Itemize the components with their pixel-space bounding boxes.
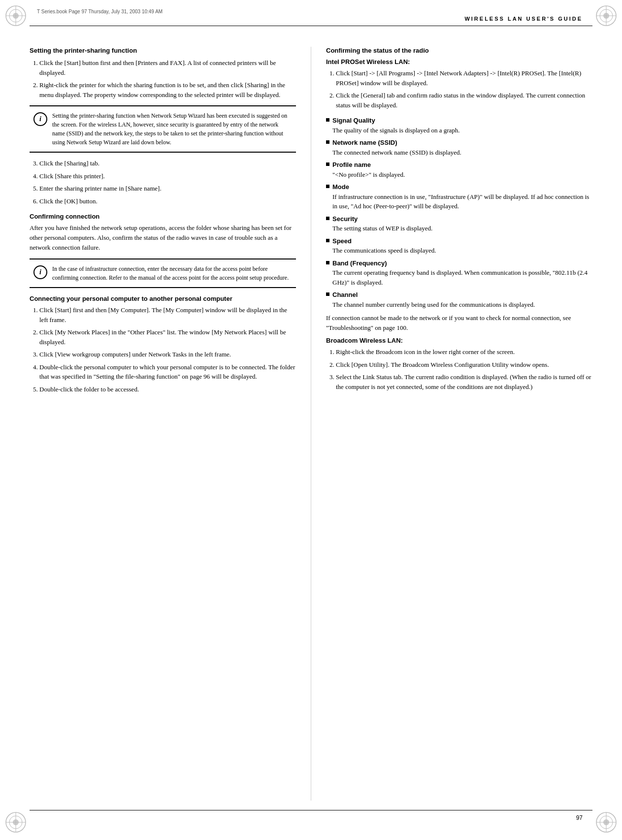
bullet-mode: Mode If infrastructure connection is in … bbox=[326, 182, 592, 211]
info-text-2: In the case of infrastructure connection… bbox=[52, 264, 292, 282]
list-item: Select the Link Status tab. The current … bbox=[336, 372, 592, 391]
bullet-network-name: Network name (SSID) The connected networ… bbox=[326, 138, 592, 157]
left-column: Setting the printer-sharing function Cli… bbox=[30, 37, 296, 801]
list-item: Right-click the printer for which the sh… bbox=[39, 80, 296, 99]
intel-list: Click [Start] -> [All Programs] -> [Inte… bbox=[326, 68, 592, 110]
info-icon-2: i bbox=[33, 265, 47, 279]
bullet-band: Band (Frequency) The current operating f… bbox=[326, 258, 592, 288]
column-divider bbox=[311, 47, 311, 801]
bullet-section: Signal Quality The quality of the signal… bbox=[326, 116, 592, 309]
bullet-desc: The communications speed is displayed. bbox=[332, 247, 436, 254]
intel-label: Intel PROSet Wireless LAN: bbox=[326, 58, 592, 65]
bullet-icon bbox=[326, 292, 329, 296]
corner-br bbox=[595, 811, 617, 835]
bullet-icon bbox=[326, 185, 329, 188]
section-printer-heading: Setting the printer-sharing function bbox=[30, 47, 296, 54]
broadcom-label: Broadcom Wireless LAN: bbox=[326, 337, 592, 344]
bullet-desc: The setting status of WEP is displayed. bbox=[332, 225, 432, 232]
section-connect-heading: Connecting your personal computer to ano… bbox=[30, 295, 296, 302]
bullet-signal-quality: Signal Quality The quality of the signal… bbox=[326, 116, 592, 135]
list-item: Click [View workgroup computers] under N… bbox=[39, 350, 296, 359]
bullet-desc: The channel number currently being used … bbox=[332, 301, 535, 308]
corner-tl bbox=[5, 5, 27, 29]
bullet-icon bbox=[326, 140, 329, 144]
corner-tr bbox=[595, 5, 617, 29]
bullet-term: Mode bbox=[332, 183, 349, 191]
bullet-desc: "<No profile>" is displayed. bbox=[332, 171, 405, 178]
bullet-term: Network name (SSID) bbox=[332, 139, 397, 146]
bullet-term: Signal Quality bbox=[332, 117, 375, 124]
list-item: Click the [Sharing] tab. bbox=[39, 159, 296, 168]
info-box-1: i Setting the printer-sharing function w… bbox=[30, 105, 296, 153]
list-item: Click the [OK] button. bbox=[39, 196, 296, 206]
header-rule bbox=[30, 26, 592, 26]
page: T Series.book Page 97 Thursday, July 31,… bbox=[0, 0, 622, 840]
list-item: Click [Open Utility]. The Broadcom Wirel… bbox=[336, 360, 592, 370]
info-box-2: i In the case of infrastructure connecti… bbox=[30, 258, 296, 288]
bullet-icon bbox=[326, 239, 329, 242]
section-radio-heading: Confirming the status of the radio bbox=[326, 47, 592, 54]
info-text-1: Setting the printer-sharing function whe… bbox=[52, 111, 292, 147]
footer-rule bbox=[30, 810, 592, 810]
bullet-icon bbox=[326, 118, 329, 122]
bullet-content: Signal Quality The quality of the signal… bbox=[332, 116, 592, 135]
connect-list: Click [Start] first and then [My Compute… bbox=[30, 305, 296, 394]
bullet-term: Channel bbox=[332, 291, 358, 298]
bullet-desc: If infrastructure connection is in use, … bbox=[332, 193, 589, 210]
broadcom-list: Right-click the Broadcom icon in the low… bbox=[326, 347, 592, 391]
confirm-para: After you have finished the network setu… bbox=[30, 223, 296, 253]
header-title: Wireless LAN User's Guide bbox=[464, 16, 583, 22]
bullet-profile-name: Profile name "<No profile>" is displayed… bbox=[326, 160, 592, 179]
bullet-term: Security bbox=[332, 215, 358, 223]
bullet-icon bbox=[326, 162, 329, 166]
bullet-content: Channel The channel number currently bei… bbox=[332, 290, 592, 309]
list-item: Double-click the personal computer to wh… bbox=[39, 362, 296, 382]
bullet-desc: The quality of the signals is displayed … bbox=[332, 127, 460, 134]
printer-list-2: Click the [Sharing] tab. Click [Share th… bbox=[30, 159, 296, 206]
info-icon-1: i bbox=[33, 112, 47, 126]
connection-note: If connection cannot be made to the netw… bbox=[326, 313, 592, 333]
bullet-desc: The current operating frequency band is … bbox=[332, 269, 588, 286]
list-item: Click [Start] -> [All Programs] -> [Inte… bbox=[336, 68, 592, 88]
bullet-term: Speed bbox=[332, 237, 352, 245]
bullet-term: Band (Frequency) bbox=[332, 259, 387, 267]
list-item: Double-click the folder to be accessed. bbox=[39, 385, 296, 394]
list-item: Click the [General] tab and confirm radi… bbox=[336, 91, 592, 110]
list-item: Enter the sharing printer name in [Share… bbox=[39, 184, 296, 194]
page-number: 97 bbox=[576, 814, 583, 821]
right-column: Confirming the status of the radio Intel… bbox=[326, 37, 592, 801]
corner-bl bbox=[5, 811, 27, 835]
bullet-icon bbox=[326, 261, 329, 264]
list-item: Right-click the Broadcom icon in the low… bbox=[336, 347, 592, 357]
bullet-content: Speed The communications speed is displa… bbox=[332, 236, 592, 256]
list-item: Click the [Start] button first and then … bbox=[39, 58, 296, 77]
bullet-security: Security The setting status of WEP is di… bbox=[326, 214, 592, 233]
bullet-content: Mode If infrastructure connection is in … bbox=[332, 182, 592, 211]
list-item: Click [Share this printer]. bbox=[39, 171, 296, 181]
content-area: Setting the printer-sharing function Cli… bbox=[30, 37, 592, 801]
printer-list-1: Click the [Start] button first and then … bbox=[30, 58, 296, 99]
section-confirm-heading: Confirming connection bbox=[30, 213, 296, 220]
bullet-speed: Speed The communications speed is displa… bbox=[326, 236, 592, 256]
bullet-content: Profile name "<No profile>" is displayed… bbox=[332, 160, 592, 179]
bullet-channel: Channel The channel number currently bei… bbox=[326, 290, 592, 309]
bullet-term: Profile name bbox=[332, 161, 371, 168]
bullet-content: Security The setting status of WEP is di… bbox=[332, 214, 592, 233]
bullet-content: Network name (SSID) The connected networ… bbox=[332, 138, 592, 157]
file-info: T Series.book Page 97 Thursday, July 31,… bbox=[37, 9, 163, 14]
bullet-desc: The connected network name (SSID) is dis… bbox=[332, 149, 461, 156]
list-item: Click [Start] first and then [My Compute… bbox=[39, 305, 296, 324]
bullet-content: Band (Frequency) The current operating f… bbox=[332, 258, 592, 288]
bullet-icon bbox=[326, 217, 329, 220]
list-item: Click [My Network Places] in the "Other … bbox=[39, 327, 296, 347]
